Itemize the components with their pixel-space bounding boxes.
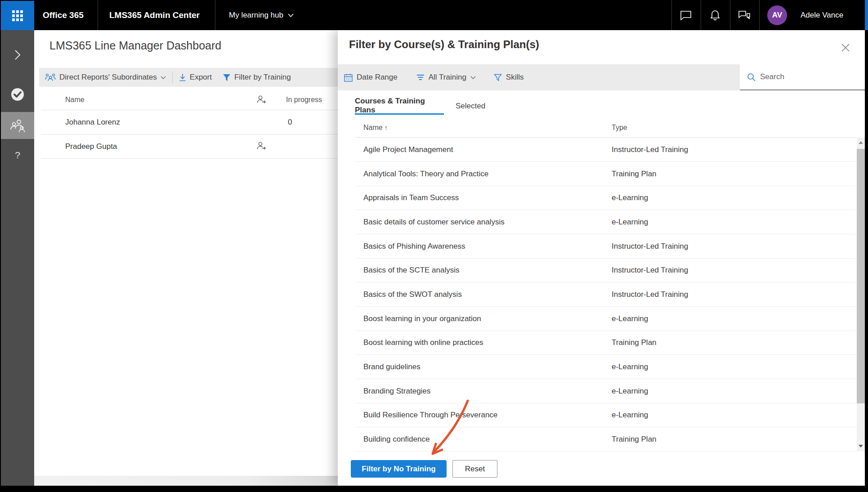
course-name: Boost learning with online practices: [363, 338, 483, 347]
topbar-divider: [215, 0, 215, 30]
course-row[interactable]: Boost learning in your organization e-Le…: [355, 307, 857, 331]
course-type: Instructor-Led Training: [612, 145, 688, 154]
window-border-right: [865, 30, 868, 486]
course-name: Basics of the SCTE analysis: [363, 266, 460, 275]
sidebar-expand-button[interactable]: [1, 41, 34, 68]
tab-label: Selected: [456, 102, 485, 111]
course-row[interactable]: Build Resilience Through Perseverance e-…: [355, 403, 857, 427]
waffle-icon: [12, 10, 23, 22]
date-range-label: Date Range: [357, 73, 398, 82]
scope-dropdown[interactable]: Direct Reports' Subordinates: [45, 73, 166, 82]
left-sidebar: ?: [1, 30, 34, 486]
topbar-divider: [701, 0, 701, 30]
column-header-type[interactable]: Type: [612, 124, 627, 132]
sidebar-help-button[interactable]: ?: [1, 142, 34, 169]
has-subordinates-icon[interactable]: [256, 141, 266, 152]
export-button[interactable]: Export: [179, 73, 212, 82]
course-type: Training Plan: [612, 170, 657, 179]
course-row[interactable]: Brand guidelines e-Learning: [355, 355, 857, 379]
employee-name: Pradeep Gupta: [65, 142, 117, 151]
app-launcher-button[interactable]: [1, 1, 34, 30]
in-progress-value: 0: [288, 118, 292, 127]
course-type: Instructor-Led Training: [612, 266, 688, 275]
course-type: e-Learning: [612, 387, 648, 396]
course-row[interactable]: Building confidence Training Plan: [355, 427, 857, 452]
column-header-in-progress[interactable]: In progress: [286, 96, 322, 104]
page-title: LMS365 Line Manager Dashboard: [49, 39, 221, 52]
avatar[interactable]: AV: [767, 5, 787, 25]
line-manager-dashboard: LMS365 Line Manager Dashboard Direct Rep…: [34, 30, 338, 486]
course-row[interactable]: Basics of the SWOT analysis Instructor-L…: [355, 282, 857, 307]
course-type: Instructor-Led Training: [612, 290, 688, 299]
bell-icon: [710, 10, 720, 21]
chat-button[interactable]: [673, 0, 698, 30]
app-title[interactable]: LMS365 Admin Center: [109, 0, 200, 30]
course-type: e-Learning: [612, 314, 648, 323]
filter-by-training-button[interactable]: Filter by Training: [223, 73, 291, 82]
subordinates-column-icon[interactable]: [256, 95, 266, 106]
my-learning-hub-label: My learning hub: [229, 11, 283, 20]
filter-panel: Filter by Course(s) & Training Plan(s) D…: [338, 30, 865, 486]
course-row[interactable]: Appraisals in Team Success e-Learning: [355, 186, 857, 210]
feedback-icon: [738, 10, 751, 20]
help-icon: ?: [15, 150, 20, 161]
column-header-name-label: Name: [363, 124, 383, 131]
course-row[interactable]: Basics of Phishing Awareness Instructor-…: [355, 234, 857, 259]
user-name[interactable]: Adele Vance: [801, 0, 843, 30]
course-type: e-Learning: [612, 193, 648, 202]
close-panel-button[interactable]: [838, 40, 853, 55]
course-type: Training Plan: [612, 338, 657, 347]
course-name: Building confidence: [363, 435, 430, 444]
tab-courses-training-plans[interactable]: Courses & Training Plans: [355, 98, 444, 115]
course-row[interactable]: Agile Project Management Instructor-Led …: [355, 138, 857, 162]
course-row[interactable]: Basic details of customer service analys…: [355, 210, 857, 234]
course-type: e-Learning: [612, 218, 648, 227]
column-header-name[interactable]: Name: [65, 96, 85, 104]
course-row[interactable]: Analytical Tools: Theory and Practice Tr…: [355, 162, 857, 186]
scroll-up-button[interactable]: [857, 138, 865, 148]
tab-selected[interactable]: Selected: [456, 98, 487, 115]
chevron-down-icon: [470, 76, 476, 79]
my-learning-hub-dropdown[interactable]: My learning hub: [229, 0, 294, 30]
scroll-down-button[interactable]: [857, 441, 865, 451]
scrollbar-thumb[interactable]: [857, 149, 865, 403]
notifications-button[interactable]: [702, 0, 728, 30]
toolbar-separator: [172, 72, 173, 83]
topbar-divider: [730, 0, 730, 30]
table-row-pradeep-gupta[interactable]: Pradeep Gupta: [41, 134, 338, 159]
reset-button[interactable]: Reset: [452, 460, 497, 478]
filter-funnel-icon: [223, 74, 231, 81]
course-name: Brand guidelines: [363, 362, 421, 371]
horizontal-scrollbar[interactable]: [34, 476, 338, 486]
course-name: Branding Strategies: [363, 387, 430, 396]
brand-office365[interactable]: Office 365: [43, 0, 84, 30]
export-label: Export: [190, 73, 212, 82]
calendar-icon: [344, 73, 353, 82]
search-box: [740, 64, 865, 90]
filter-by-no-training-button[interactable]: Filter by No Training: [351, 460, 447, 478]
course-name: Basics of the SWOT analysis: [363, 290, 462, 299]
sort-ascending-icon: ↑: [385, 124, 388, 131]
sidebar-item-line-manager-dashboard[interactable]: [1, 112, 34, 139]
people-group-icon: [10, 119, 25, 132]
course-name: Basics of Phishing Awareness: [363, 242, 465, 251]
panel-scrollbar[interactable]: [857, 138, 865, 451]
panel-title: Filter by Course(s) & Training Plan(s): [349, 38, 539, 51]
date-range-button[interactable]: Date Range: [344, 73, 398, 82]
table-row-johanna-lorenz[interactable]: Johanna Lorenz 0: [41, 110, 338, 134]
column-header-name[interactable]: Name↑: [363, 124, 388, 132]
course-row[interactable]: Branding Strategies e-Learning: [355, 379, 857, 403]
filter-by-training-label: Filter by Training: [234, 73, 291, 82]
skills-button[interactable]: Skills: [494, 73, 524, 82]
search-input[interactable]: [760, 72, 850, 81]
sidebar-item-lms365[interactable]: [1, 81, 34, 108]
courses-table-header: Name↑ Type: [355, 118, 857, 138]
feedback-button[interactable]: [732, 0, 757, 30]
training-type-dropdown[interactable]: All Training: [416, 73, 476, 82]
course-row[interactable]: Boost learning with online practices Tra…: [355, 331, 857, 355]
course-name: Basic details of customer service analys…: [363, 218, 505, 227]
course-name: Boost learning in your organization: [363, 314, 481, 323]
dashboard-table-header: Name In progress: [41, 89, 338, 110]
course-row[interactable]: Basics of the SCTE analysis Instructor-L…: [355, 258, 857, 282]
top-suite-bar: Office 365 LMS365 Admin Center My learni…: [0, 0, 868, 30]
